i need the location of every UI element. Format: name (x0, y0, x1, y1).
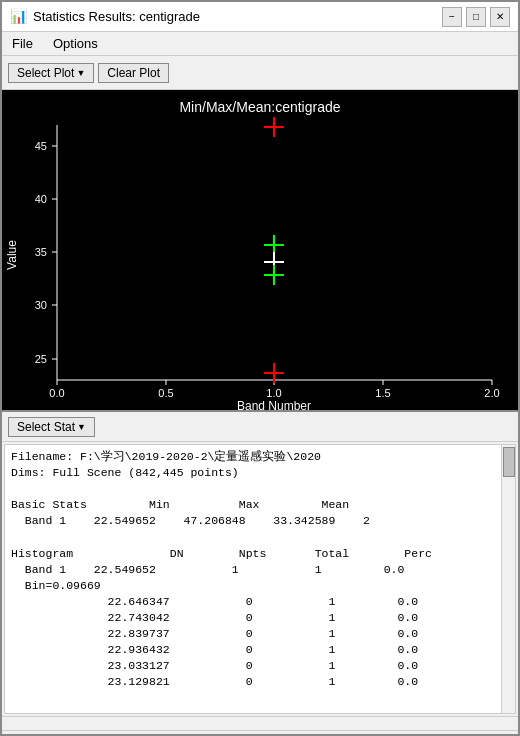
close-button[interactable]: ✕ (490, 7, 510, 27)
select-plot-button[interactable]: Select Plot ▼ (8, 63, 94, 83)
menu-bar: File Options (2, 32, 518, 56)
select-stat-button[interactable]: Select Stat ▼ (8, 417, 95, 437)
window-title: Statistics Results: centigrade (33, 9, 200, 24)
svg-text:0.0: 0.0 (49, 387, 64, 399)
status-bar: https://blog.csdn.net/zhanushora_anti/ (2, 730, 518, 736)
select-stat-dropdown-arrow: ▼ (77, 422, 86, 432)
svg-text:1.0: 1.0 (266, 387, 281, 399)
scrollbar-thumb[interactable] (503, 447, 515, 477)
svg-text:25: 25 (35, 353, 47, 365)
svg-text:40: 40 (35, 193, 47, 205)
svg-rect-0 (2, 90, 518, 410)
svg-text:Band Number: Band Number (237, 399, 311, 410)
plot-title: Min/Max/Mean:centigrade (179, 99, 340, 115)
plot-area: Min/Max/Mean:centigrade 25 30 35 40 45 V… (2, 90, 518, 410)
horizontal-scrollbar[interactable] (2, 716, 518, 730)
plot-toolbar: Select Plot ▼ Clear Plot (2, 56, 518, 90)
svg-text:Value: Value (5, 240, 19, 270)
svg-text:35: 35 (35, 246, 47, 258)
stats-content: Filename: F:\学习\2019-2020-2\定量遥感实验\2020 … (4, 444, 516, 714)
svg-text:45: 45 (35, 140, 47, 152)
svg-text:2.0: 2.0 (484, 387, 499, 399)
stats-text: Filename: F:\学习\2019-2020-2\定量遥感实验\2020 … (11, 449, 509, 690)
stats-toolbar: Select Stat ▼ (2, 412, 518, 442)
menu-options[interactable]: Options (49, 35, 102, 52)
svg-text:0.5: 0.5 (158, 387, 173, 399)
title-bar: 📊 Statistics Results: centigrade − □ ✕ (2, 2, 518, 32)
plot-svg: Min/Max/Mean:centigrade 25 30 35 40 45 V… (2, 90, 518, 410)
clear-plot-button[interactable]: Clear Plot (98, 63, 169, 83)
select-plot-dropdown-arrow: ▼ (76, 68, 85, 78)
title-bar-controls: − □ ✕ (442, 7, 510, 27)
svg-text:1.5: 1.5 (375, 387, 390, 399)
minimize-button[interactable]: − (442, 7, 462, 27)
app-icon: 📊 (10, 8, 27, 25)
maximize-button[interactable]: □ (466, 7, 486, 27)
menu-file[interactable]: File (8, 35, 37, 52)
svg-text:30: 30 (35, 299, 47, 311)
stats-panel: Select Stat ▼ Filename: F:\学习\2019-2020-… (2, 410, 518, 736)
title-bar-left: 📊 Statistics Results: centigrade (10, 8, 200, 25)
vertical-scrollbar[interactable] (501, 445, 515, 713)
